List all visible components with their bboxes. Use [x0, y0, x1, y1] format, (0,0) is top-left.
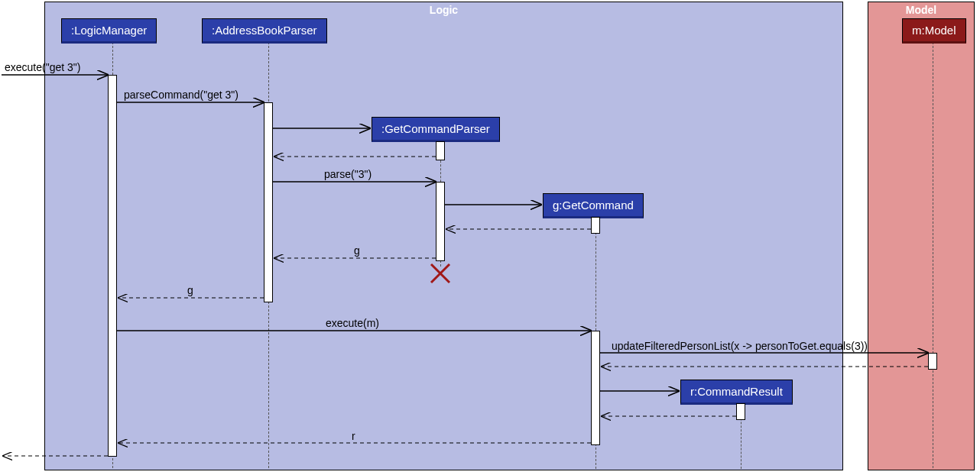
- frame-logic-title: Logic: [430, 4, 458, 16]
- head-getcommand: g:GetCommand: [543, 193, 644, 218]
- activation-addressbookparser: [264, 102, 273, 302]
- msg-executem: execute(m): [326, 317, 379, 329]
- head-addressbookparser: :AddressBookParser: [202, 18, 327, 44]
- head-commandresult: r:CommandResult: [680, 380, 793, 405]
- head-logicmanager: :LogicManager: [61, 18, 157, 44]
- frame-model-title: Model: [906, 4, 936, 16]
- activation-model: [928, 353, 937, 370]
- activation-commandresult: [736, 403, 745, 420]
- msg-updatefiltered: updateFilteredPersonList(x -> personToGe…: [612, 340, 868, 352]
- activation-getcommandparser-1: [436, 141, 445, 160]
- msg-execute: execute("get 3"): [5, 61, 80, 73]
- msg-return-g1: g: [354, 244, 360, 257]
- msg-return-r: r: [352, 430, 355, 442]
- head-model: m:Model: [902, 18, 966, 44]
- lifeline-model: [933, 42, 933, 468]
- head-getcommandparser: :GetCommandParser: [372, 117, 500, 142]
- activation-getcommand-1: [591, 217, 600, 234]
- msg-return-g2: g: [187, 284, 193, 296]
- msg-parsecommand: parseCommand("get 3"): [124, 89, 239, 101]
- activation-getcommandparser-2: [436, 182, 445, 261]
- activation-logicmanager: [108, 75, 117, 457]
- frame-model: Model: [868, 2, 975, 470]
- msg-parse: parse("3"): [324, 168, 372, 180]
- activation-getcommand-2: [591, 331, 600, 445]
